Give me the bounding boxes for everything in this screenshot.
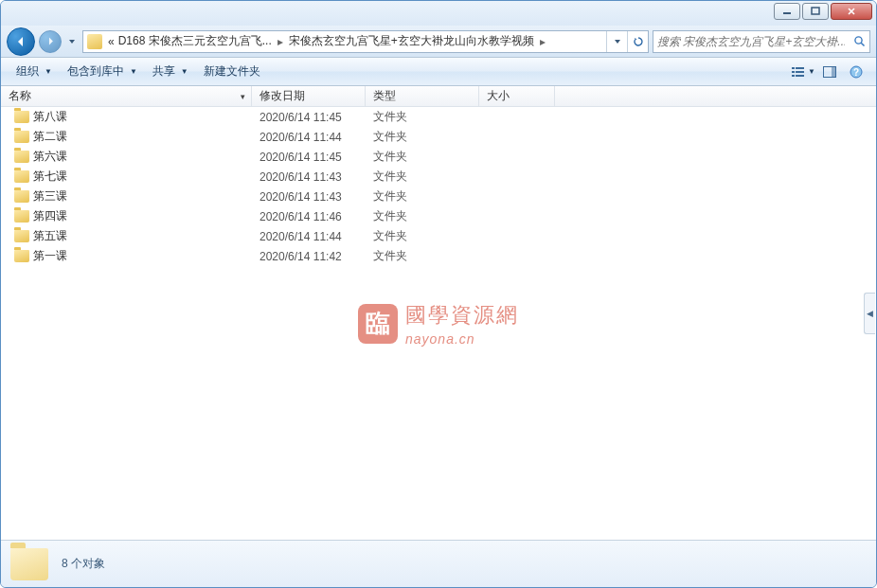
file-type-cell: 文件夹 xyxy=(366,228,479,244)
table-row[interactable]: 第二课2020/6/14 11:44文件夹 xyxy=(1,127,876,147)
help-button[interactable]: ? xyxy=(844,62,868,82)
table-row[interactable]: 第一课2020/6/14 11:42文件夹 xyxy=(1,246,876,266)
new-folder-button[interactable]: 新建文件夹 xyxy=(196,61,268,83)
folder-icon xyxy=(14,170,29,183)
svg-rect-10 xyxy=(792,75,795,77)
svg-rect-11 xyxy=(796,75,804,77)
content-area: 名称▾ 修改日期 类型 大小 臨 國學資源網 nayona.cn 第八课2020… xyxy=(1,86,876,540)
file-date-cell: 2020/6/14 11:46 xyxy=(252,210,366,223)
file-date-cell: 2020/6/14 11:45 xyxy=(252,151,366,164)
file-date-cell: 2020/6/14 11:42 xyxy=(252,250,366,263)
search-icon[interactable] xyxy=(849,31,869,52)
watermark-sub: nayona.cn xyxy=(405,331,519,347)
svg-rect-9 xyxy=(796,71,804,73)
file-name-cell: 第四课 xyxy=(1,208,252,224)
file-date-cell: 2020/6/14 11:44 xyxy=(252,230,366,243)
navigation-bar: « D168 宋俊杰三元玄空九宫飞... ▸ 宋俊杰玄空九宫飞星+玄空大褂龙山向… xyxy=(1,26,876,58)
breadcrumb-seg-1[interactable]: D168 宋俊杰三元玄空九宫飞... xyxy=(116,33,274,49)
file-name-cell: 第五课 xyxy=(1,228,252,244)
file-type-cell: 文件夹 xyxy=(366,129,479,145)
file-type-cell: 文件夹 xyxy=(366,169,479,185)
sort-indicator-icon: ▾ xyxy=(241,92,245,101)
file-type-cell: 文件夹 xyxy=(366,248,479,264)
file-name-cell: 第八课 xyxy=(1,109,252,125)
svg-point-4 xyxy=(854,37,861,44)
table-row[interactable]: 第六课2020/6/14 11:45文件夹 xyxy=(1,147,876,167)
file-type-cell: 文件夹 xyxy=(366,188,479,205)
folder-icon xyxy=(14,111,29,123)
svg-rect-7 xyxy=(796,67,804,69)
watermark-text: 國學資源網 xyxy=(405,301,519,330)
file-date-cell: 2020/6/14 11:43 xyxy=(252,190,366,204)
file-type-cell: 文件夹 xyxy=(366,109,479,125)
folder-icon xyxy=(14,230,29,242)
breadcrumb-arrow-icon[interactable]: ▸ xyxy=(274,35,287,48)
folder-icon xyxy=(14,210,29,223)
svg-rect-8 xyxy=(792,71,795,73)
svg-text:?: ? xyxy=(853,66,859,77)
svg-rect-1 xyxy=(812,8,819,14)
folder-icon xyxy=(14,250,29,262)
table-row[interactable]: 第八课2020/6/14 11:45文件夹 xyxy=(1,107,876,127)
breadcrumb-seg-2[interactable]: 宋俊杰玄空九宫飞星+玄空大褂龙山向水教学视频 xyxy=(287,33,536,49)
svg-rect-0 xyxy=(783,12,791,14)
minimize-button[interactable] xyxy=(774,3,800,20)
file-date-cell: 2020/6/14 11:43 xyxy=(252,170,366,184)
file-date-cell: 2020/6/14 11:44 xyxy=(252,131,366,144)
folder-icon xyxy=(14,190,29,203)
maximize-button[interactable] xyxy=(802,3,829,20)
file-name-cell: 第六课 xyxy=(1,149,252,165)
folder-icon xyxy=(14,151,29,163)
address-bar[interactable]: « D168 宋俊杰三元玄空九宫飞... ▸ 宋俊杰玄空九宫飞星+玄空大褂龙山向… xyxy=(82,30,649,53)
forward-button[interactable] xyxy=(39,30,62,53)
file-name-cell: 第一课 xyxy=(1,248,252,264)
column-date[interactable]: 修改日期 xyxy=(252,86,366,106)
folder-icon xyxy=(87,34,102,49)
svg-rect-13 xyxy=(832,67,835,77)
address-dropdown-icon[interactable] xyxy=(606,31,627,52)
column-name[interactable]: 名称▾ xyxy=(1,86,252,106)
refresh-button[interactable] xyxy=(627,31,648,52)
search-input[interactable] xyxy=(653,35,849,48)
watermark-logo: 臨 xyxy=(358,304,398,344)
column-headers: 名称▾ 修改日期 类型 大小 xyxy=(1,86,876,107)
table-row[interactable]: 第七课2020/6/14 11:43文件夹 xyxy=(1,167,876,187)
history-dropdown-icon[interactable] xyxy=(65,28,79,55)
search-box[interactable] xyxy=(653,30,870,53)
column-size[interactable]: 大小 xyxy=(479,86,555,106)
svg-rect-6 xyxy=(792,67,795,69)
file-type-cell: 文件夹 xyxy=(366,208,479,224)
table-row[interactable]: 第五课2020/6/14 11:44文件夹 xyxy=(1,226,876,246)
svg-line-5 xyxy=(861,43,864,45)
view-options-button[interactable]: ▼ xyxy=(791,62,815,82)
folder-icon xyxy=(14,131,29,143)
include-in-library-button[interactable]: 包含到库中▼ xyxy=(60,61,145,83)
file-date-cell: 2020/6/14 11:45 xyxy=(252,111,366,124)
watermark: 臨 國學資源網 nayona.cn xyxy=(358,301,519,347)
preview-pane-button[interactable] xyxy=(817,62,842,82)
file-name-cell: 第七课 xyxy=(1,169,252,185)
breadcrumb-prefix[interactable]: « xyxy=(106,35,116,48)
file-name-cell: 第三课 xyxy=(1,188,252,205)
back-button[interactable] xyxy=(7,27,35,56)
column-type[interactable]: 类型 xyxy=(366,86,479,106)
file-name-cell: 第二课 xyxy=(1,129,252,145)
folder-large-icon xyxy=(10,548,48,580)
breadcrumb-arrow-icon[interactable]: ▸ xyxy=(536,35,549,48)
command-bar: 组织▼ 包含到库中▼ 共享▼ 新建文件夹 ▼ ? xyxy=(1,58,876,86)
title-bar xyxy=(1,1,876,26)
table-row[interactable]: 第三课2020/6/14 11:43文件夹 xyxy=(1,187,876,206)
organize-button[interactable]: 组织▼ xyxy=(9,61,60,83)
close-button[interactable] xyxy=(831,3,872,20)
share-button[interactable]: 共享▼ xyxy=(145,61,196,83)
status-text: 8 个对象 xyxy=(62,556,105,572)
file-type-cell: 文件夹 xyxy=(366,149,479,165)
table-row[interactable]: 第四课2020/6/14 11:46文件夹 xyxy=(1,206,876,226)
preview-collapse-handle[interactable]: ◀ xyxy=(864,293,875,334)
file-list[interactable]: 臨 國學資源網 nayona.cn 第八课2020/6/14 11:45文件夹第… xyxy=(1,107,876,540)
status-bar: 8 个对象 xyxy=(1,540,876,587)
